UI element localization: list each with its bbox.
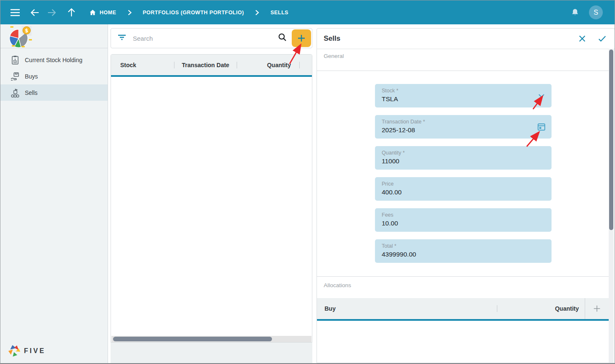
add-record-button[interactable] [292,29,311,47]
sells-table: Stock Transaction Date Quantity [111,54,312,343]
transaction-date-field[interactable]: Transaction Date * 2025-12-08 [375,115,552,139]
sidebar-item-label: Sells [25,89,37,96]
field-value: TSLA [382,95,532,103]
stock-holding-icon [10,55,21,65]
sells-table-header: Stock Transaction Date Quantity [111,55,312,77]
field-value: 11000 [382,157,532,165]
buys-icon [10,71,21,82]
field-label: Stock * [382,88,532,94]
sidebar-item-buys[interactable]: Buys [0,68,108,84]
sidebar-item-label: Current Stock Holding [25,57,82,63]
add-allocation-button[interactable] [585,298,609,319]
field-label: Transaction Date * [382,119,532,125]
section-divider [317,71,609,71]
sells-detail-panel: Sells General Stock * TSLA Transaction D… [317,28,615,363]
svg-text:$: $ [25,28,28,34]
allocations-table-header: Buy Quantity [317,298,609,321]
sells-table-body [111,77,312,330]
app-window: HOME PORTFOLIOS (GROWTH PORTFOLIO) SELLS… [0,0,615,364]
chevron-down-icon[interactable] [536,91,546,101]
vertical-scrollbar-track [609,49,614,363]
notifications-bell-icon[interactable] [570,8,580,18]
five-logo-icon [8,345,21,357]
plus-icon [592,304,602,313]
save-check-icon[interactable] [597,34,606,43]
field-value: 4399990.00 [382,251,532,258]
field-label: Total * [382,243,532,249]
breadcrumb-home[interactable]: HOME [100,10,116,16]
sidebar-item-current-stock-holding[interactable]: Current Stock Holding [0,52,108,68]
close-icon[interactable] [578,34,587,43]
field-value: 400.00 [382,189,532,196]
sidebar-item-label: Buys [25,73,38,80]
column-header-quantity[interactable]: Quantity [497,305,585,312]
horizontal-scrollbar-thumb[interactable] [113,337,272,341]
allocations-section-label: Allocations [324,282,351,288]
stock-field[interactable]: Stock * TSLA [375,84,552,107]
detail-header: Sells [317,29,615,49]
section-divider [317,276,609,277]
horizontal-scrollbar-track [111,336,311,342]
sidebar-item-sells[interactable]: Sells [0,84,108,101]
detail-title: Sells [317,34,578,43]
field-label: Quantity * [382,150,532,156]
price-field[interactable]: Price 400.00 [375,177,552,201]
five-brand-text: FIVE [24,347,46,355]
sidebar-menu: Current Stock Holding Buys Sells [0,48,108,101]
search-input[interactable] [132,34,277,42]
general-fields: Stock * TSLA Transaction Date * 2025-12-… [375,84,552,270]
column-header-stock[interactable]: Stock [111,62,174,68]
list-panel-footer [111,343,312,363]
search-icon[interactable] [277,32,288,44]
portfolio-pie-logo-icon: $ [7,25,33,47]
column-header-quantity[interactable]: Quantity [237,62,299,68]
sidebar: $ Current Stock Holding Buys [0,24,108,363]
calendar-icon[interactable] [536,122,546,132]
column-header-buy[interactable]: Buy [317,305,497,312]
user-avatar[interactable]: S [589,5,603,19]
forward-arrow-icon[interactable] [47,8,57,18]
breadcrumb-chevron-icon [255,10,259,16]
breadcrumb-sells[interactable]: SELLS [270,10,288,16]
total-field[interactable]: Total * 4399990.00 [375,239,552,263]
field-value: 10.00 [382,220,532,227]
filter-icon[interactable] [117,33,127,43]
column-divider[interactable] [299,62,300,68]
home-icon[interactable] [89,9,97,16]
hamburger-menu-icon[interactable] [10,8,21,17]
avatar-initial: S [594,9,598,16]
top-navigation-bar: HOME PORTFOLIOS (GROWTH PORTFOLIO) SELLS… [0,0,615,24]
allocations-table-body [317,321,609,363]
breadcrumb-chevron-icon [127,10,132,16]
field-label: Price [382,181,532,187]
quantity-field[interactable]: Quantity * 11000 [375,146,552,170]
search-bar [111,28,312,48]
fees-field[interactable]: Fees 10.00 [375,208,552,232]
field-value: 2025-12-08 [382,126,532,134]
plus-icon [296,33,306,43]
vertical-scrollbar-thumb[interactable] [609,50,613,230]
app-logo: $ [0,24,108,48]
back-arrow-icon[interactable] [30,8,40,18]
sells-icon [10,87,21,98]
breadcrumb-portfolios[interactable]: PORTFOLIOS (GROWTH PORTFOLIO) [143,10,244,16]
field-label: Fees [382,212,532,218]
five-brand-footer: FIVE [8,345,46,357]
column-header-transaction-date[interactable]: Transaction Date [174,62,237,68]
sells-list-panel: Stock Transaction Date Quantity [111,28,312,363]
general-section-label: General [324,53,344,59]
up-level-icon[interactable] [67,8,76,18]
